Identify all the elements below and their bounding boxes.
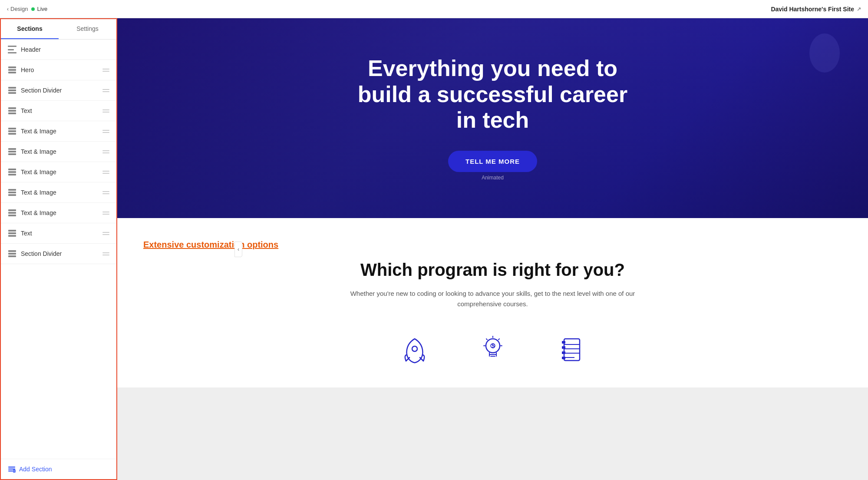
sidebar-item-text-image-2[interactable]: Text & Image bbox=[1, 142, 116, 162]
stack-icon bbox=[8, 209, 17, 217]
notebook-icon-item bbox=[558, 335, 584, 366]
sidebar-item-section-divider-2[interactable]: Section Divider bbox=[1, 244, 116, 264]
svg-rect-21 bbox=[562, 341, 565, 344]
drag-handle[interactable] bbox=[102, 171, 109, 174]
collapse-sidebar-button[interactable]: ‹ bbox=[234, 242, 242, 257]
svg-line-14 bbox=[486, 339, 487, 340]
sidebar-item-label: Text bbox=[21, 107, 32, 114]
svg-rect-23 bbox=[562, 351, 565, 354]
live-badge: Live bbox=[31, 6, 47, 12]
stack-icon bbox=[8, 168, 17, 176]
svg-point-6 bbox=[809, 33, 840, 73]
svg-point-7 bbox=[412, 346, 417, 351]
sidebar-item-label: Text bbox=[21, 230, 32, 237]
rocket-icon bbox=[402, 337, 428, 365]
section-heading: Which program is right for you? bbox=[143, 260, 842, 280]
sidebar-item-text-2[interactable]: Text bbox=[1, 223, 116, 244]
hero-content: Everything you need to build a successfu… bbox=[341, 47, 645, 189]
external-link-icon[interactable]: ↗ bbox=[857, 6, 861, 12]
hero-section: Everything you need to build a successfu… bbox=[117, 18, 868, 218]
sidebar: Sections Settings Header Hero bbox=[0, 18, 117, 480]
drag-handle[interactable] bbox=[102, 252, 109, 255]
hero-title: Everything you need to build a successfu… bbox=[350, 56, 636, 133]
back-label: Design bbox=[10, 6, 28, 12]
hero-cta-button[interactable]: TELL ME MORE bbox=[448, 151, 537, 172]
sidebar-item-section-divider-1[interactable]: Section Divider bbox=[1, 80, 116, 101]
tab-settings[interactable]: Settings bbox=[59, 19, 116, 39]
sidebar-item-label: Text & Image bbox=[21, 169, 56, 175]
svg-text:$: $ bbox=[492, 342, 495, 349]
stack-icon bbox=[8, 107, 17, 115]
stack-icon bbox=[8, 66, 17, 74]
drag-handle[interactable] bbox=[102, 69, 109, 72]
stack-icon bbox=[8, 148, 17, 156]
sidebar-item-text-image-5[interactable]: Text & Image bbox=[1, 203, 116, 223]
drag-handle[interactable] bbox=[102, 130, 109, 133]
tab-sections[interactable]: Sections bbox=[1, 19, 59, 39]
hero-animated-label: Animated bbox=[350, 175, 636, 181]
svg-rect-2 bbox=[8, 470, 13, 472]
stack-icon bbox=[8, 250, 17, 258]
rocket-icon-item bbox=[402, 335, 428, 366]
sidebar-item-text-image-3[interactable]: Text & Image bbox=[1, 162, 116, 182]
customization-link[interactable]: Extensive customization options bbox=[143, 240, 278, 250]
sidebar-item-header[interactable]: Header bbox=[1, 40, 116, 60]
sidebar-item-label: Header bbox=[21, 46, 41, 53]
sidebar-item-label: Text & Image bbox=[21, 128, 56, 135]
main-layout: Sections Settings Header Hero bbox=[0, 18, 868, 480]
svg-rect-24 bbox=[562, 357, 565, 359]
add-section-button[interactable]: Add Section bbox=[1, 459, 116, 479]
sidebar-item-text-1[interactable]: Text bbox=[1, 101, 116, 121]
back-button[interactable]: ‹ Design bbox=[7, 6, 28, 12]
drag-handle[interactable] bbox=[102, 109, 109, 113]
live-label: Live bbox=[37, 6, 47, 12]
lightbulb-icon: $ bbox=[480, 335, 506, 366]
sidebar-items-list: Header Hero bbox=[1, 40, 116, 459]
drag-handle[interactable] bbox=[102, 89, 109, 92]
sidebar-item-text-image-1[interactable]: Text & Image bbox=[1, 121, 116, 142]
sidebar-tabs: Sections Settings bbox=[1, 19, 116, 40]
svg-rect-0 bbox=[8, 467, 15, 468]
back-arrow-icon: ‹ bbox=[7, 6, 9, 12]
sidebar-item-label: Section Divider bbox=[21, 250, 62, 257]
sidebar-item-label: Section Divider bbox=[21, 87, 62, 94]
stack-icon bbox=[8, 229, 17, 237]
drag-handle[interactable] bbox=[102, 212, 109, 215]
top-bar: ‹ Design Live David Hartshorne's First S… bbox=[0, 0, 868, 18]
add-section-label: Add Section bbox=[19, 466, 52, 473]
sidebar-item-text-image-4[interactable]: Text & Image bbox=[1, 182, 116, 203]
sidebar-item-hero[interactable]: Hero bbox=[1, 60, 116, 80]
site-title: David Hartshorne's First Site ↗ bbox=[771, 6, 861, 13]
sidebar-item-label: Text & Image bbox=[21, 189, 56, 196]
lightbulb-icon-item: $ bbox=[480, 335, 506, 366]
stack-icon bbox=[8, 86, 17, 94]
stack-icon bbox=[8, 127, 17, 135]
svg-rect-22 bbox=[562, 346, 565, 349]
drag-handle[interactable] bbox=[102, 232, 109, 235]
sidebar-item-label: Text & Image bbox=[21, 148, 56, 155]
second-section: Extensive customization options Which pr… bbox=[117, 218, 868, 387]
content-area: ‹ Everything you need to build a success… bbox=[117, 18, 868, 480]
notebook-icon bbox=[558, 337, 584, 365]
icons-row: $ bbox=[143, 327, 842, 374]
svg-line-13 bbox=[498, 339, 499, 340]
add-section-icon bbox=[8, 465, 16, 473]
section-icon bbox=[8, 46, 17, 53]
hero-decoration bbox=[807, 31, 842, 75]
drag-handle[interactable] bbox=[102, 150, 109, 153]
sidebar-item-label: Text & Image bbox=[21, 209, 56, 216]
svg-rect-1 bbox=[8, 469, 15, 470]
drag-handle[interactable] bbox=[102, 191, 109, 194]
live-dot-icon bbox=[31, 7, 35, 11]
section-subtext: Whether you're new to coding or looking … bbox=[341, 288, 645, 309]
stack-icon bbox=[8, 189, 17, 196]
sidebar-item-label: Hero bbox=[21, 66, 34, 73]
